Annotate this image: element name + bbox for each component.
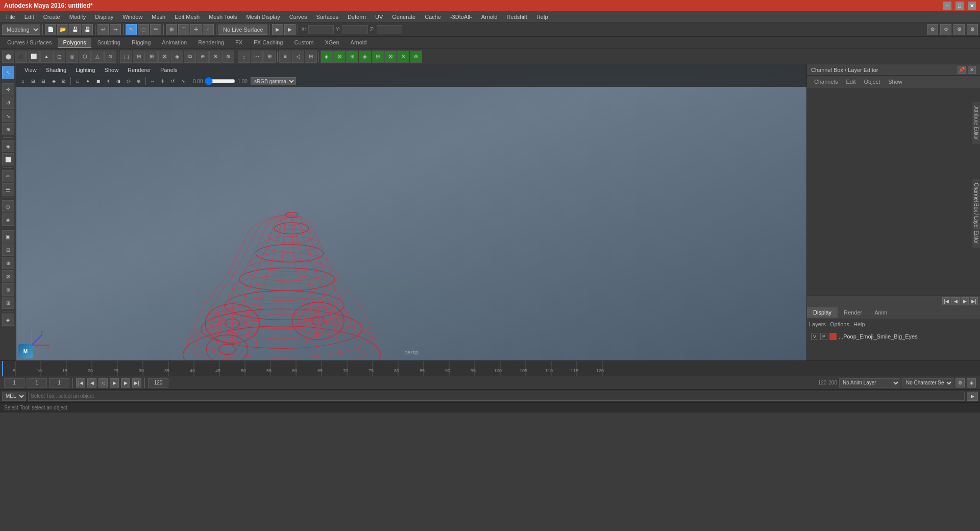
green-btn-8[interactable]: ⊗ [410,51,422,63]
render-btn[interactable]: ▶ [272,24,283,35]
soft-select-btn[interactable]: ◈ [2,140,14,152]
layer-playback-btn[interactable]: P [820,333,827,340]
select-tool-btn[interactable]: ↖ [2,66,14,79]
menu-generate[interactable]: Generate [388,13,420,21]
settings-btn-4[interactable]: ⚙ [967,24,978,35]
layer-scroll-last[interactable]: ▶| [970,297,978,305]
mel-input[interactable] [28,392,965,401]
attribute-editor-side-tab[interactable]: Attribute Editor [972,102,980,144]
mel-execute-btn[interactable]: ▶ [967,392,978,401]
menu-mesh[interactable]: Mesh [148,13,169,21]
misc-btn-5[interactable]: ⊗ [2,283,14,296]
char-set-btn[interactable]: ◈ [967,378,976,388]
poly-plane-btn[interactable]: ◻ [53,51,65,63]
misc-btn-2[interactable]: ⊟ [2,244,14,256]
vp-show-menu[interactable]: Show [101,66,123,74]
settings-btn-2[interactable]: ⚙ [940,24,951,35]
tab-arnold[interactable]: Arnold [346,38,372,48]
bridge-btn[interactable]: ⊟ [133,51,145,63]
poly-prism-btn[interactable]: ⬡ [79,51,91,63]
frame-layer-input[interactable] [49,378,69,388]
misc-btn-3[interactable]: ⊕ [2,257,14,269]
poly-torus-btn[interactable]: ◎ [66,51,78,63]
vp-nav-btn[interactable]: ↔ [148,77,157,86]
menu-display[interactable]: Display [91,13,117,21]
vp-grid-btn[interactable]: ⊠ [59,77,68,86]
move-tool-btn[interactable]: ✛ [2,83,14,95]
menu-edit-mesh[interactable]: Edit Mesh [170,13,204,21]
show-tab[interactable]: Show [885,78,905,86]
measure-btn[interactable]: ◈ [2,213,14,226]
gamma-select[interactable]: sRGB gamma [251,77,296,85]
options-menu-item[interactable]: Options [830,321,849,327]
help-menu-item[interactable]: Help [853,321,865,327]
redo-btn[interactable]: ↪ [110,24,121,35]
poly-pipe-btn[interactable]: ⊙ [104,51,116,63]
object-tab[interactable]: Object [861,78,883,86]
timeline-ruler[interactable]: 5 10 15 20 25 30 35 40 45 50 55 60 65 [0,361,980,376]
boolean-btn[interactable]: ⧉ [184,51,196,63]
skip-to-start-btn[interactable]: |◀ [76,378,85,388]
layer-scroll-prev[interactable]: ◀ [951,297,960,305]
new-scene-btn[interactable]: 📄 [45,24,56,35]
menu-help[interactable]: Help [532,13,552,21]
mirror-btn[interactable]: ⊠ [158,51,170,63]
vp-renderer-menu[interactable]: Renderer [124,66,155,74]
vp-obj-btn[interactable]: ◈ [49,77,58,86]
marquee-btn[interactable]: ⬜ [2,153,14,165]
bevel-btn[interactable]: ◈ [171,51,183,63]
vp-shadow-btn[interactable]: ◑ [114,77,123,86]
menu-modify[interactable]: Modify [65,13,90,21]
open-btn[interactable]: 📂 [57,24,68,35]
vp-frame-sel-btn[interactable]: ⊟ [39,77,48,86]
char-set-select[interactable]: No Character Set [902,378,953,388]
vp-iso-btn[interactable]: ⊕ [134,77,143,86]
tab-xgen[interactable]: XGen [320,38,344,48]
green-btn-4[interactable]: ◈ [359,51,371,63]
vp-dolly-btn[interactable]: ⤡ [179,77,188,86]
show-manip-btn[interactable]: ☰ [2,183,14,196]
workspace-dropdown[interactable]: Modeling [2,25,40,35]
vp-view-menu[interactable]: View [20,66,41,74]
snapshot-btn[interactable]: ◷ [2,200,14,212]
anim-tab[interactable]: Anim [868,307,893,318]
green-btn-7[interactable]: ✕ [397,51,409,63]
vp-value-slider[interactable] [205,79,235,84]
layer-name[interactable]: ...Poop_Emoji_Smile_Big_Eyes [839,333,918,340]
poly-cube-btn[interactable]: ⬛ [15,51,27,63]
frame-current-input[interactable] [27,378,47,388]
tab-rendering[interactable]: Rendering [193,38,229,48]
vp-shading-menu[interactable]: Shading [42,66,70,74]
menu-3dto-all[interactable]: -3DtoAll- [446,13,476,21]
menu-arnold[interactable]: Arnold [477,13,502,21]
vp-wireframe-btn[interactable]: □ [73,77,82,86]
undo-btn[interactable]: ↩ [97,24,109,35]
close-button[interactable]: ✕ [968,2,976,10]
smooth-btn[interactable]: ⊛ [222,51,234,63]
poly-pyramid-btn[interactable]: △ [91,51,104,63]
snap-surface-btn[interactable]: ⌂ [203,24,214,35]
edit-tab[interactable]: Edit [843,78,859,86]
misc-btn-7[interactable]: ◈ [2,313,14,326]
x-input[interactable] [308,25,334,34]
menu-curves[interactable]: Curves [285,13,311,21]
paint-btn[interactable]: ✏ [2,170,14,182]
display-tab[interactable]: Display [807,307,838,318]
rotate-tool-btn[interactable]: ↺ [2,96,14,109]
ipr-btn[interactable]: ▶ [284,24,296,35]
insert-loop-btn[interactable]: ⋮ [238,51,250,63]
menu-create[interactable]: Create [39,13,64,21]
tab-animation[interactable]: Animation [157,38,192,48]
tab-custom[interactable]: Custom [289,38,319,48]
misc-btn-6[interactable]: ⊞ [2,297,14,309]
menu-cache[interactable]: Cache [421,13,445,21]
menu-surfaces[interactable]: Surfaces [312,13,342,21]
step-fwd-btn[interactable]: ▶ [121,378,130,388]
save-btn[interactable]: 💾 [69,24,81,35]
play-fwd-btn[interactable]: ▶ [110,378,119,388]
green-btn-1[interactable]: ◈ [321,51,333,63]
vp-smooth-btn[interactable]: ● [83,77,92,86]
extrude-btn[interactable]: ⬚ [120,51,132,63]
vp-light-btn[interactable]: ☀ [104,77,113,86]
settings-btn-3[interactable]: ⚙ [953,24,965,35]
